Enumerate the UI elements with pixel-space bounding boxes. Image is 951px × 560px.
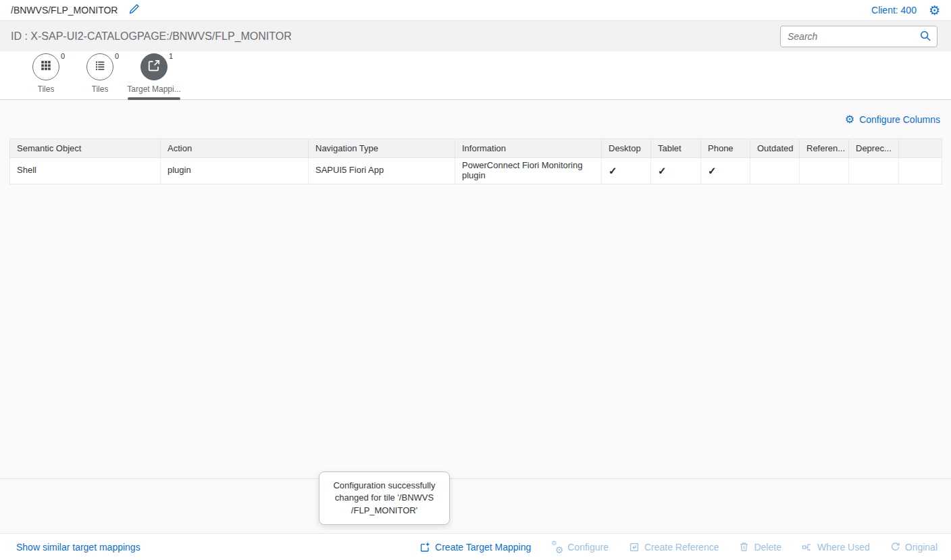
- create-reference-button[interactable]: Create Reference: [629, 542, 719, 553]
- catalog-title: /BNWVS/FLP_MONITOR: [11, 5, 118, 16]
- bottom-toolbar: Show similar target mappings Create Targ…: [0, 533, 951, 560]
- button-label: Configure: [567, 542, 609, 553]
- column-header-tablet[interactable]: Tablet: [651, 139, 701, 158]
- button-label: Create Target Mapping: [435, 542, 531, 553]
- tab-tiles-1[interactable]: 0 Tiles: [19, 51, 73, 99]
- cell-navigation-type: SAPUI5 Fiori App: [309, 158, 455, 184]
- column-header-navigation-type[interactable]: Navigation Type: [309, 139, 455, 158]
- show-similar-target-mappings-link[interactable]: Show similar target mappings: [16, 542, 140, 553]
- tab-target-mappings[interactable]: 1 Target Mappi...: [127, 51, 181, 99]
- target-mappings-table: Semantic Object Action Navigation Type I…: [9, 138, 942, 184]
- column-header-deprecated[interactable]: Deprec...: [849, 139, 899, 158]
- tab-count-badge: 0: [115, 52, 119, 60]
- column-header-action[interactable]: Action: [161, 139, 309, 158]
- footer-panel: [0, 478, 951, 533]
- tab-strip: 0 Tiles 0 Tiles: [0, 51, 951, 100]
- button-label: Create Reference: [644, 542, 719, 553]
- create-target-mapping-icon: [419, 542, 430, 553]
- cell-reference: [800, 158, 849, 184]
- configure-gears-icon: ⚙⚙: [551, 542, 563, 553]
- edit-title-button[interactable]: [128, 3, 140, 17]
- toast-message: Configuration successfully changed for t…: [319, 472, 450, 525]
- client-link[interactable]: Client: 400: [871, 5, 917, 16]
- button-label: Original: [905, 542, 937, 553]
- list-icon: [94, 59, 106, 74]
- catalog-page: /BNWVS/FLP_MONITOR Client: 400 ⚙ ID : X-…: [0, 0, 951, 560]
- column-header-desktop[interactable]: Desktop: [602, 139, 651, 158]
- column-header-semantic-object[interactable]: Semantic Object: [10, 139, 161, 158]
- gear-icon: ⚙: [845, 114, 854, 125]
- top-bar: /BNWVS/FLP_MONITOR Client: 400 ⚙: [0, 0, 951, 21]
- cell-tablet-check: ✓: [651, 158, 701, 184]
- search-input[interactable]: [788, 31, 920, 42]
- settings-button[interactable]: ⚙: [929, 4, 940, 17]
- toolbar-button-group: Create Target Mapping ⚙⚙ Configure Creat…: [419, 542, 937, 553]
- table-header-row: Semantic Object Action Navigation Type I…: [10, 139, 942, 158]
- table-toolbar: ⚙ Configure Columns: [0, 100, 951, 138]
- id-header-band: ID : X-SAP-UI2-CATALOGPAGE:/BNWVS/FLP_MO…: [0, 21, 951, 51]
- main-content: ⚙ Configure Columns Semantic Object Acti…: [0, 100, 951, 478]
- button-label: Delete: [754, 542, 781, 553]
- original-arrow-icon: [890, 542, 900, 552]
- tab-tiles-2[interactable]: 0 Tiles: [73, 51, 127, 99]
- share-icon: [147, 59, 161, 75]
- tab-count-badge: 1: [169, 52, 173, 60]
- configure-button[interactable]: ⚙⚙ Configure: [551, 542, 609, 553]
- gear-icon: ⚙: [929, 4, 940, 17]
- grid-icon: [40, 59, 52, 74]
- column-header-outdated[interactable]: Outdated: [750, 139, 800, 158]
- where-used-icon: [802, 542, 813, 553]
- trash-icon: [739, 542, 749, 552]
- column-header-empty: [899, 139, 942, 158]
- cell-outdated: [750, 158, 800, 184]
- tab-label: Tiles: [92, 84, 109, 94]
- column-header-information[interactable]: Information: [455, 139, 602, 158]
- tab-label: Tiles: [38, 84, 55, 94]
- pencil-icon: [128, 3, 140, 17]
- cell-action: plugin: [161, 158, 309, 184]
- configure-columns-label: Configure Columns: [859, 114, 940, 125]
- cell-information: PowerConnect Fiori Monitoring plugin: [455, 158, 602, 184]
- catalog-id-label: ID : X-SAP-UI2-CATALOGPAGE:/BNWVS/FLP_MO…: [11, 30, 292, 43]
- original-button[interactable]: Original: [890, 542, 937, 553]
- button-label: Where Used: [817, 542, 870, 553]
- tab-count-badge: 0: [61, 52, 65, 60]
- create-reference-icon: [629, 542, 640, 553]
- cell-semantic-object: Shell: [10, 158, 161, 184]
- search-icon[interactable]: [920, 30, 931, 42]
- where-used-button[interactable]: Where Used: [802, 542, 870, 553]
- cell-desktop-check: ✓: [602, 158, 651, 184]
- cell-deprecated: [849, 158, 899, 184]
- column-header-reference[interactable]: Referen...: [800, 139, 849, 158]
- cell-phone-check: ✓: [701, 158, 750, 184]
- cell-empty: [899, 158, 942, 184]
- delete-button[interactable]: Delete: [739, 542, 781, 553]
- tab-label: Target Mappi...: [127, 84, 180, 94]
- create-target-mapping-button[interactable]: Create Target Mapping: [419, 542, 531, 553]
- column-header-phone[interactable]: Phone: [701, 139, 750, 158]
- configure-columns-button[interactable]: ⚙ Configure Columns: [845, 114, 940, 125]
- table-row[interactable]: Shell plugin SAPUI5 Fiori App PowerConne…: [10, 158, 942, 184]
- search-box: [780, 26, 937, 47]
